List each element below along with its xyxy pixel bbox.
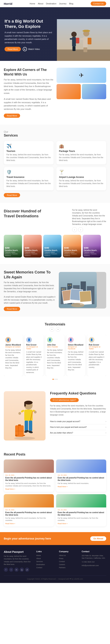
- faq-item-1[interactable]: How to lock your paypal and bank account…: [50, 424, 106, 430]
- test-dot-2[interactable]: [56, 379, 58, 380]
- svg-rect-4: [72, 37, 76, 46]
- nav-contact-button[interactable]: Contact Us: [91, 2, 106, 6]
- destinations-desc: Far far away, behind the word mountains,…: [72, 208, 106, 226]
- testimonial-role-3: Designer at Facebook: [68, 346, 84, 350]
- post-read-more-2[interactable]: Read More »: [5, 523, 52, 524]
- hero-illustration: [57, 19, 110, 61]
- testimonial-name-4: Rob Grover: [89, 344, 105, 346]
- dest-location-4: Maldives, Palawan, Maldives: [84, 253, 100, 256]
- post-title-2[interactable]: Even the all-powerful Pointing has no co…: [5, 511, 52, 516]
- memories-illustration: [59, 272, 97, 308]
- dest-overlay-0: $280 Paradise Beach, Palawan Island Mald…: [4, 246, 22, 258]
- nav-blog[interactable]: Blog: [69, 2, 73, 5]
- faq-active-tab[interactable]: Or is it adventurous region?: [50, 398, 79, 402]
- hero-buttons: Read More ▶ Watch Video: [4, 47, 54, 52]
- footer-company-contact[interactable]: Contact: [59, 560, 79, 562]
- svg-rect-9: [76, 38, 79, 44]
- footer-link-destination[interactable]: Destination: [36, 564, 56, 566]
- dest-island-2: Palawan Island: [44, 251, 60, 253]
- footer-desc: Far far away, behind the word mountains,…: [4, 555, 33, 566]
- nav-journey[interactable]: Journey: [59, 2, 66, 5]
- hero-video-button[interactable]: ▶ Watch Video: [23, 47, 40, 51]
- footer-company-title: Company: [59, 550, 79, 552]
- hero-cta-button[interactable]: Read More: [4, 47, 21, 52]
- post-title-1[interactable]: Even the all-powerful Pointing has no co…: [58, 476, 105, 482]
- social-twitter-icon[interactable]: t: [9, 568, 13, 572]
- cta-text: Begin your adventurous journey here: [4, 537, 51, 540]
- footer-company-partners[interactable]: Partners: [59, 567, 79, 568]
- faq-item-0[interactable]: How to create your paypal account? ›: [50, 419, 106, 424]
- footer-link-services[interactable]: Services: [36, 560, 56, 562]
- social-youtube-icon[interactable]: yt: [25, 568, 29, 572]
- footer-contact-col: Contact 203 Fake St. Mountain View, San …: [82, 550, 106, 572]
- services-cta-button[interactable]: Read More: [4, 193, 20, 197]
- insurance-icon: 🛡️: [6, 170, 51, 175]
- dest-overlay-2: $340 Paradise Beach, Palawan Island Mald…: [43, 246, 62, 258]
- nav-about[interactable]: About: [38, 2, 43, 5]
- testimonial-name-1: Rob Grover: [26, 344, 42, 346]
- footer-link-home[interactable]: Home: [36, 554, 56, 556]
- testimonials-next-button[interactable]: ›: [56, 327, 60, 332]
- testimonial-avatar-4: 👤: [89, 337, 94, 343]
- dest-card-0[interactable]: $280 Paradise Beach, Palawan Island Mald…: [4, 235, 22, 258]
- dest-price-2: $340: [44, 247, 60, 249]
- social-facebook-icon[interactable]: f: [4, 568, 8, 572]
- dest-name-0: Paradise Beach,: [5, 249, 21, 251]
- footer-company-press[interactable]: Press: [59, 558, 79, 560]
- footer-link-about[interactable]: About: [36, 558, 56, 560]
- hero-content: It's a Big World Out There, Go Explore A…: [4, 18, 54, 52]
- faq-content: Frequently Asked Questions Or is it adve…: [50, 391, 106, 436]
- nav-home[interactable]: Home: [30, 2, 35, 5]
- testimonial-role-2: CEO, Founder: [47, 346, 63, 348]
- destinations-prev-button[interactable]: ‹: [72, 227, 77, 232]
- dest-card-1[interactable]: $280 Paradise Beach, Palawan Island Mald…: [24, 235, 42, 258]
- svg-point-3: [71, 32, 76, 37]
- destinations-header: Discover Hundred of Travel Destinations …: [4, 208, 106, 232]
- footer-company-about[interactable]: About us: [59, 554, 79, 556]
- faq-question-0: How to create your paypal account?: [50, 420, 80, 422]
- testimonial-card-1: 👤 Rob Grover UX Designer at Twitter A sm…: [25, 335, 44, 376]
- footer-brand: About Passport: [4, 550, 33, 553]
- destinations-next-button[interactable]: ›: [78, 227, 83, 232]
- testimonial-name-0: James Woodland: [5, 344, 21, 346]
- post-read-more-0[interactable]: Read More »: [5, 488, 52, 490]
- post-read-more-3[interactable]: Read More »: [58, 523, 105, 524]
- navbar: Horrid Home About Destination Journey Bl…: [0, 0, 110, 7]
- faq-arrow-0: ›: [106, 420, 106, 422]
- memories-section: Sweet Memories Come To Life Again Far fa…: [0, 264, 110, 317]
- faq-item-2[interactable]: Are you better than others? ›: [50, 430, 106, 436]
- testimonials-prev-button[interactable]: ‹: [50, 327, 54, 332]
- testimonial-role-4: UX Designer at Twitter: [89, 346, 105, 350]
- explore-cta-button[interactable]: Read More: [4, 114, 20, 118]
- explore-images: ✈: [56, 68, 106, 99]
- svg-rect-26: [64, 288, 65, 290]
- dest-name-1: Paradise Beach,: [25, 249, 40, 251]
- footer-company-careers[interactable]: Careers: [59, 564, 79, 566]
- dest-card-4[interactable]: $380 Paradise Beach, Palawan Island Mald…: [83, 235, 101, 258]
- dest-card-3[interactable]: $340 Paradise Beach, Palawan Island Mald…: [63, 235, 81, 258]
- social-linkedin-icon[interactable]: in: [14, 568, 18, 572]
- cta-button[interactable]: Go Ahead: [90, 536, 106, 541]
- testimonial-name-3: Simon Woodland: [68, 344, 84, 346]
- social-instagram-icon[interactable]: ig: [20, 568, 24, 572]
- svg-rect-35: [80, 291, 92, 302]
- memories-cta-button[interactable]: Read More: [4, 307, 20, 311]
- dest-card-2[interactable]: $340 Paradise Beach, Palawan Island Mald…: [43, 235, 62, 258]
- destinations-nav: ‹ ›: [72, 227, 106, 232]
- test-dot-0[interactable]: [52, 379, 54, 380]
- svg-rect-43: [23, 435, 25, 436]
- svg-rect-28: [68, 285, 69, 286]
- post-date-2: Oct. 15, 2021: [5, 509, 52, 511]
- post-title-3[interactable]: Even the all-powerful Pointing has no co…: [58, 511, 105, 516]
- dest-island-4: Palawan Island: [84, 251, 100, 253]
- post-title-0[interactable]: Even the all-powerful Pointing has no co…: [5, 476, 52, 482]
- footer-link-contact[interactable]: Contact: [36, 567, 56, 568]
- test-dot-1[interactable]: [54, 379, 56, 380]
- nav-destination[interactable]: Destination: [46, 2, 56, 5]
- testimonial-text-2: Far far away, behind the word mountains,…: [47, 349, 63, 370]
- destinations-left: Discover Hundred of Travel Destinations: [4, 208, 42, 218]
- post-card-1: Oct. 15, 2021 Even the all-powerful Poin…: [56, 460, 106, 492]
- testimonial-avatar-3: 👤: [68, 337, 74, 343]
- post-read-more-1[interactable]: Read More »: [58, 486, 105, 488]
- dest-price-3: $340: [64, 247, 80, 249]
